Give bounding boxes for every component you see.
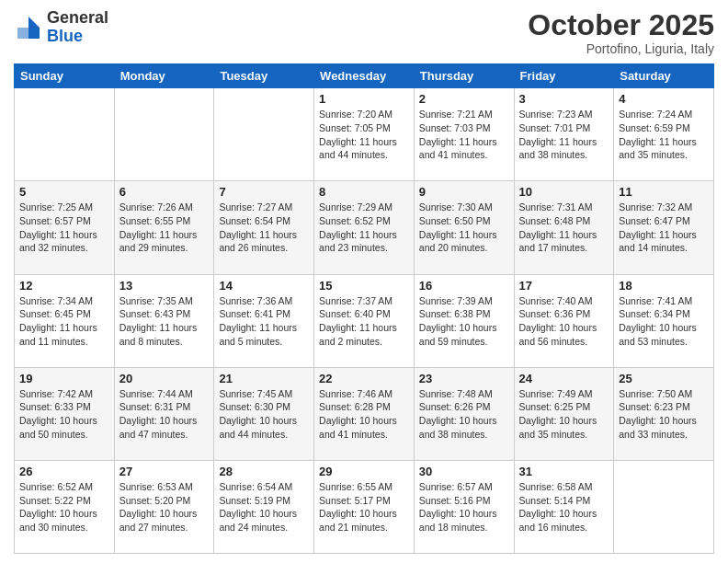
day-info: Sunrise: 7:24 AMSunset: 6:59 PMDaylight:… [619, 108, 709, 162]
day-info: Sunrise: 7:21 AMSunset: 7:03 PMDaylight:… [419, 108, 509, 162]
calendar-cell-w2-d3: 15Sunrise: 7:37 AMSunset: 6:40 PMDayligh… [314, 274, 415, 367]
day-number: 22 [319, 372, 409, 385]
day-info: Sunrise: 7:32 AMSunset: 6:47 PMDaylight:… [619, 201, 709, 255]
calendar-cell-w0-d4: 2Sunrise: 7:21 AMSunset: 7:03 PMDaylight… [414, 88, 514, 181]
calendar-cell-w0-d5: 3Sunrise: 7:23 AMSunset: 7:01 PMDaylight… [514, 88, 614, 181]
calendar-cell-w1-d2: 7Sunrise: 7:27 AMSunset: 6:54 PMDaylight… [214, 181, 314, 274]
day-number: 8 [319, 185, 409, 199]
day-info: Sunrise: 7:36 AMSunset: 6:41 PMDaylight:… [219, 294, 309, 349]
day-number: 26 [19, 465, 109, 478]
logo-general: General [47, 8, 108, 27]
header-tuesday: Tuesday [214, 64, 314, 88]
day-info: Sunrise: 7:23 AMSunset: 7:01 PMDaylight:… [519, 108, 609, 162]
calendar-cell-w2-d4: 16Sunrise: 7:39 AMSunset: 6:38 PMDayligh… [414, 274, 514, 367]
calendar-cell-w1-d6: 11Sunrise: 7:32 AMSunset: 6:47 PMDayligh… [614, 181, 714, 274]
day-info: Sunrise: 7:42 AMSunset: 6:33 PMDaylight:… [19, 387, 109, 442]
svg-marker-2 [17, 28, 28, 39]
logo-icon [14, 13, 43, 42]
calendar-cell-w2-d5: 17Sunrise: 7:40 AMSunset: 6:36 PMDayligh… [514, 274, 614, 367]
day-info: Sunrise: 6:54 AMSunset: 5:19 PMDaylight:… [219, 480, 309, 534]
calendar-table: Sunday Monday Tuesday Wednesday Thursday… [14, 63, 714, 554]
calendar-cell-w4-d4: 30Sunrise: 6:57 AMSunset: 5:16 PMDayligh… [414, 460, 514, 553]
calendar-cell-w1-d4: 9Sunrise: 7:30 AMSunset: 6:50 PMDaylight… [414, 181, 514, 274]
calendar-cell-w2-d2: 14Sunrise: 7:36 AMSunset: 6:41 PMDayligh… [214, 274, 314, 367]
calendar-cell-w0-d3: 1Sunrise: 7:20 AMSunset: 7:05 PMDaylight… [314, 88, 415, 181]
day-info: Sunrise: 7:27 AMSunset: 6:54 PMDaylight:… [219, 201, 309, 255]
day-info: Sunrise: 6:58 AMSunset: 5:14 PMDaylight:… [519, 480, 609, 534]
day-number: 28 [219, 465, 309, 478]
header-saturday: Saturday [614, 64, 714, 88]
calendar-cell-w4-d1: 27Sunrise: 6:53 AMSunset: 5:20 PMDayligh… [114, 460, 214, 553]
day-info: Sunrise: 6:57 AMSunset: 5:16 PMDaylight:… [419, 480, 509, 534]
logo: General Blue [14, 9, 108, 46]
day-number: 20 [119, 372, 210, 385]
day-info: Sunrise: 7:26 AMSunset: 6:55 PMDaylight:… [119, 201, 210, 255]
week-row-3: 19Sunrise: 7:42 AMSunset: 6:33 PMDayligh… [15, 367, 714, 460]
day-info: Sunrise: 7:30 AMSunset: 6:50 PMDaylight:… [419, 201, 509, 255]
day-number: 10 [519, 185, 609, 199]
day-number: 21 [219, 372, 309, 385]
day-info: Sunrise: 7:48 AMSunset: 6:26 PMDaylight:… [419, 387, 509, 442]
day-info: Sunrise: 7:20 AMSunset: 7:05 PMDaylight:… [319, 108, 409, 162]
day-number: 27 [119, 465, 210, 478]
calendar-cell-w3-d6: 25Sunrise: 7:50 AMSunset: 6:23 PMDayligh… [614, 367, 714, 460]
calendar-cell-w1-d0: 5Sunrise: 7:25 AMSunset: 6:57 PMDaylight… [15, 181, 115, 274]
weekday-header-row: Sunday Monday Tuesday Wednesday Thursday… [15, 64, 714, 88]
day-number: 18 [619, 279, 709, 293]
day-number: 16 [419, 279, 509, 293]
logo-blue: Blue [47, 27, 83, 45]
day-number: 9 [419, 185, 509, 199]
day-number: 30 [419, 465, 509, 478]
calendar-cell-w0-d2 [214, 88, 314, 181]
week-row-1: 5Sunrise: 7:25 AMSunset: 6:57 PMDaylight… [15, 181, 714, 274]
day-number: 24 [519, 372, 609, 385]
calendar-cell-w2-d1: 13Sunrise: 7:35 AMSunset: 6:43 PMDayligh… [114, 274, 214, 367]
calendar-cell-w3-d2: 21Sunrise: 7:45 AMSunset: 6:30 PMDayligh… [214, 367, 314, 460]
day-info: Sunrise: 7:40 AMSunset: 6:36 PMDaylight:… [519, 294, 609, 349]
header-thursday: Thursday [414, 64, 514, 88]
day-info: Sunrise: 7:35 AMSunset: 6:43 PMDaylight:… [119, 294, 210, 349]
calendar-cell-w4-d6 [614, 460, 714, 553]
day-number: 4 [619, 92, 709, 106]
day-info: Sunrise: 7:34 AMSunset: 6:45 PMDaylight:… [19, 294, 109, 349]
day-number: 3 [519, 92, 609, 106]
calendar-cell-w3-d4: 23Sunrise: 7:48 AMSunset: 6:26 PMDayligh… [414, 367, 514, 460]
day-info: Sunrise: 7:41 AMSunset: 6:34 PMDaylight:… [619, 294, 709, 349]
day-number: 12 [19, 279, 109, 293]
day-number: 29 [319, 465, 409, 478]
header-wednesday: Wednesday [314, 64, 415, 88]
calendar-cell-w2-d0: 12Sunrise: 7:34 AMSunset: 6:45 PMDayligh… [15, 274, 115, 367]
page: General Blue October 2025 Portofino, Lig… [0, 0, 728, 563]
day-number: 13 [119, 279, 210, 293]
header-monday: Monday [114, 64, 214, 88]
day-number: 6 [119, 185, 210, 199]
calendar-cell-w1-d5: 10Sunrise: 7:31 AMSunset: 6:48 PMDayligh… [514, 181, 614, 274]
day-info: Sunrise: 6:55 AMSunset: 5:17 PMDaylight:… [319, 480, 409, 534]
header: General Blue October 2025 Portofino, Lig… [14, 9, 714, 56]
calendar-cell-w4-d5: 31Sunrise: 6:58 AMSunset: 5:14 PMDayligh… [514, 460, 614, 553]
day-info: Sunrise: 7:37 AMSunset: 6:40 PMDaylight:… [319, 294, 409, 349]
day-number: 14 [219, 279, 309, 293]
calendar-cell-w0-d6: 4Sunrise: 7:24 AMSunset: 6:59 PMDaylight… [614, 88, 714, 181]
calendar-cell-w0-d1 [114, 88, 214, 181]
calendar-cell-w4-d0: 26Sunrise: 6:52 AMSunset: 5:22 PMDayligh… [15, 460, 115, 553]
day-number: 31 [519, 465, 609, 478]
day-number: 2 [419, 92, 509, 106]
day-info: Sunrise: 6:52 AMSunset: 5:22 PMDaylight:… [19, 480, 109, 534]
calendar-cell-w0-d0 [15, 88, 115, 181]
location-subtitle: Portofino, Liguria, Italy [528, 41, 714, 56]
day-number: 19 [19, 372, 109, 385]
logo-text: General Blue [47, 9, 108, 46]
header-sunday: Sunday [15, 64, 115, 88]
title-block: October 2025 Portofino, Liguria, Italy [528, 9, 714, 56]
day-info: Sunrise: 7:44 AMSunset: 6:31 PMDaylight:… [119, 387, 210, 442]
calendar-cell-w1-d1: 6Sunrise: 7:26 AMSunset: 6:55 PMDaylight… [114, 181, 214, 274]
calendar-cell-w3-d0: 19Sunrise: 7:42 AMSunset: 6:33 PMDayligh… [15, 367, 115, 460]
day-info: Sunrise: 7:45 AMSunset: 6:30 PMDaylight:… [219, 387, 309, 442]
week-row-2: 12Sunrise: 7:34 AMSunset: 6:45 PMDayligh… [15, 274, 714, 367]
day-number: 17 [519, 279, 609, 293]
day-number: 1 [319, 92, 409, 106]
calendar-cell-w4-d3: 29Sunrise: 6:55 AMSunset: 5:17 PMDayligh… [314, 460, 415, 553]
svg-marker-1 [28, 28, 40, 39]
day-number: 11 [619, 185, 709, 199]
